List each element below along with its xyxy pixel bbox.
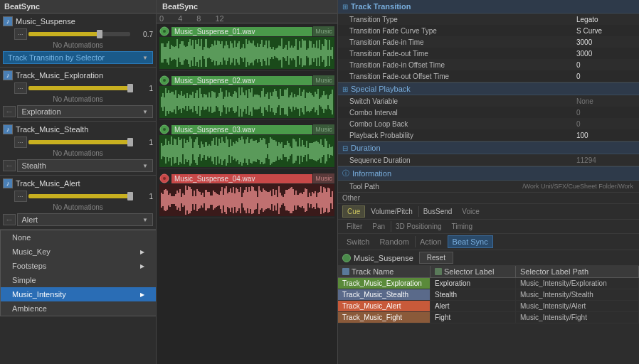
dots-btn-stealth-2[interactable]: ··· [3, 160, 16, 171]
audio-block-03: Music_Suspense_03.wav Music [159, 123, 334, 169]
prop-type: Transition Type Legato [338, 14, 639, 25]
audio-name-04: Music_Suspense_04.wav [171, 174, 312, 183]
audio-icon-03 [159, 124, 169, 134]
music-suspense-icon [342, 254, 351, 262]
waveform-04[interactable] [159, 184, 334, 216]
audio-icon-01 [159, 26, 169, 36]
row-alert-track: Track_Music_Alert [338, 301, 431, 311]
middle-header: BeatSync [157, 0, 337, 14]
right-top: ⊞ Track Transition Transition Type Legat… [338, 0, 639, 266]
ctx-item-ambience[interactable]: Ambience [1, 301, 156, 316]
dots-btn-exploration[interactable]: ··· [14, 82, 27, 94]
left-panel: BeatSync ♪ Music_Suspense ··· 0.7 No Aut… [0, 0, 157, 364]
ctx-item-simple[interactable]: Simple [1, 273, 156, 287]
info-icon: ⓘ [342, 168, 349, 178]
prop-tool-path: Tool Path /Work Unit/SFX/CueSheet Folder… [338, 181, 639, 192]
info-title: Information [352, 169, 391, 178]
volume-val-stealth: 1 [133, 139, 153, 146]
volume-slider-exploration[interactable] [28, 86, 130, 90]
table-header: Track Name Selector Label Selector Label… [338, 266, 639, 278]
row-alert-selector: Alert [431, 301, 516, 311]
audio-block-04: Music_Suspense_04.wav Music [159, 172, 334, 218]
track-icon-suspense: ♪ [3, 16, 13, 26]
audio-block-01: Music_Suspense_01.wav Music [159, 25, 334, 71]
ctx-item-music-intensity[interactable]: Music_Intensity ▶ [1, 287, 156, 301]
dots-btn-stealth[interactable]: ··· [14, 136, 27, 148]
track-icon-stealth: ♪ [3, 124, 13, 134]
selector-exploration[interactable]: Exploration ▼ [17, 105, 153, 118]
dots-btn-alert-2[interactable]: ··· [3, 214, 16, 225]
svg-point-3 [163, 79, 166, 82]
right-panel: ⊞ Track Transition Transition Type Legat… [338, 0, 639, 364]
row-fight-track: Track_Music_Fight [338, 312, 431, 323]
volume-slider-suspense[interactable] [28, 32, 130, 36]
audio-name-02: Music_Suspense_02.wav [171, 76, 312, 85]
col-selector: Selector Label [431, 266, 516, 277]
svg-point-1 [163, 30, 166, 33]
special-playback-icon: ⊞ [342, 85, 348, 93]
timeline-ruler: 04812 [157, 14, 337, 23]
audio-name-03: Music_Suspense_03.wav [171, 125, 312, 134]
waveform-03[interactable] [159, 135, 334, 167]
table-row-stealth[interactable]: Track_Music_Stealth Stealth Music_Intens… [338, 289, 639, 301]
filter-row-2: Filter Pan 3D Positioning Timing [338, 220, 639, 234]
volume-slider-alert[interactable] [28, 194, 130, 198]
right-bottom: Track Name Selector Label Selector Label… [338, 266, 639, 364]
track-name-exploration: Track_Music_Exploration [16, 71, 153, 80]
row-exploration-path: Music_Intensity/Exploration [516, 278, 639, 289]
ctx-item-music-key[interactable]: Music_Key ▶ [1, 245, 156, 259]
positioning-label: 3D Positioning [391, 221, 445, 232]
track-block-suspense: ♪ Music_Suspense ··· 0.7 No Automations … [0, 14, 156, 68]
selector-btn-suspense[interactable]: Track Transition by Selector ▼ [3, 51, 153, 64]
volume-val-suspense: 0.7 [133, 31, 153, 38]
cue-btn[interactable]: Cue [342, 205, 365, 218]
filter-row: Cue Volume/Pitch BusSend Voice [338, 204, 639, 220]
table-row-exploration[interactable]: Track_Music_Exploration Exploration Musi… [338, 278, 639, 289]
reset-button[interactable]: Reset [419, 252, 453, 264]
audio-ext-04: Music [313, 173, 334, 183]
waveform-01[interactable] [159, 37, 334, 69]
dots-btn-alert[interactable]: ··· [14, 191, 27, 202]
dots-btn-exploration-2[interactable]: ··· [3, 106, 16, 117]
random-label: Random [375, 236, 413, 247]
transition-props: Transition Type Legato Transition Fade C… [338, 14, 639, 82]
prop-switch-var: Switch Variable None [338, 95, 639, 107]
table-row-alert[interactable]: Track_Music_Alert Alert Music_Intensity/… [338, 301, 639, 312]
table-row-fight[interactable]: Track_Music_Fight Fight Music_Intensity/… [338, 312, 639, 323]
prop-combo-interval: Combo Interval 0 [338, 107, 639, 118]
special-playback-props: Switch Variable None Combo Interval 0 Co… [338, 95, 639, 141]
ctx-item-footsteps[interactable]: Footsteps ▶ [1, 259, 156, 273]
context-menu: None Music_Key ▶ Footsteps ▶ Simple Musi… [0, 230, 156, 316]
prop-fade-out: Transition Fade-out Time 3000 [338, 48, 639, 59]
ctx-item-none[interactable]: None [1, 230, 156, 245]
prop-playback-prob: Playback Probability 100 [338, 129, 639, 141]
audio-block-02: Music_Suspense_02.wav Music [159, 74, 334, 120]
row-exploration-selector: Exploration [431, 278, 516, 289]
volume-slider-stealth[interactable] [28, 140, 130, 144]
prop-fade-in: Transition Fade-in Time 3000 [338, 36, 639, 48]
prop-combo-loop: Combo Loop Back 0 [338, 118, 639, 129]
audio-icon-04 [159, 173, 169, 183]
prop-fade-curve: Transition Fade Curve Type S Curve [338, 25, 639, 36]
special-playback-title: Special Playback [351, 85, 411, 93]
track-name-stealth: Track_Music_Stealth [16, 125, 153, 134]
svg-point-7 [163, 177, 166, 180]
selector-alert[interactable]: Alert ▼ [17, 213, 153, 226]
dots-btn-suspense[interactable]: ··· [14, 28, 27, 40]
selector-stealth[interactable]: Stealth ▼ [17, 159, 153, 172]
audio-ext-03: Music [313, 124, 334, 134]
svg-rect-8 [342, 268, 349, 275]
audio-ext-01: Music [313, 26, 334, 36]
waveform-02[interactable] [159, 86, 334, 118]
track-block-stealth: ♪ Track_Music_Stealth ··· 1 No Automatio… [0, 122, 156, 176]
beat-sync-btn[interactable]: Beat Sync [448, 235, 493, 248]
volume-val-alert: 1 [133, 193, 153, 200]
col-path: Selector Label Path [516, 266, 639, 277]
row-alert-path: Music_Intensity/Alert [516, 301, 639, 311]
row-fight-path: Music_Intensity/Fight [516, 312, 639, 323]
voice-label: Voice [458, 206, 483, 217]
prop-fade-out-offset: Transition Fade-out Offset Time 0 [338, 70, 639, 82]
track-icon-alert: ♪ [3, 178, 13, 188]
row-stealth-selector: Stealth [431, 289, 516, 300]
timing-label: Timing [448, 221, 477, 232]
